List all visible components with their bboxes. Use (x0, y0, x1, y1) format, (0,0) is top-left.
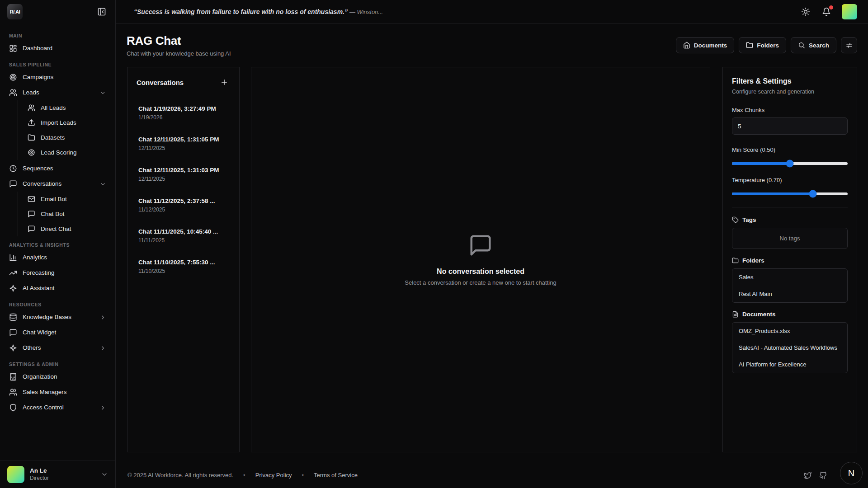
document-item[interactable]: AI Platform for Excellence (732, 356, 847, 373)
min-score-slider[interactable] (732, 162, 848, 165)
sidebar-item-analytics[interactable]: Analytics (5, 250, 110, 265)
sidebar-item-direct-chat[interactable]: Direct Chat (18, 221, 110, 236)
bar-chart-icon (9, 253, 17, 262)
sidebar-item-access-control[interactable]: Access Control (5, 400, 110, 415)
filter-settings-button[interactable] (841, 37, 857, 53)
sidebar-collapse-button[interactable] (95, 5, 108, 18)
sidebar-item-label: Leads (23, 89, 39, 97)
nextjs-dev-badge[interactable]: N (840, 462, 863, 484)
chat-panel: No conversation selected Select a conver… (251, 67, 710, 452)
clock-icon (9, 164, 17, 173)
page-subtitle: Chat with your knowledge base using AI (127, 50, 231, 57)
user-menu[interactable]: An Le Director (0, 460, 115, 488)
nav-section-settings: SETTINGS & ADMIN (9, 361, 106, 367)
sidebar-item-dashboard[interactable]: Dashboard (5, 41, 110, 56)
sidebar-item-label: Sales Managers (23, 388, 67, 396)
conversation-date: 1/19/2026 (138, 114, 228, 121)
sidebar-item-conversations[interactable]: Conversations (5, 176, 110, 192)
profile-avatar-button[interactable] (842, 4, 857, 19)
sidebar-item-chat-widget[interactable]: Chat Widget (5, 325, 110, 340)
conversation-date: 11/10/2025 (138, 268, 228, 274)
folders-button[interactable]: Folders (739, 37, 786, 53)
filters-title: Filters & Settings (732, 77, 848, 85)
folder-item[interactable]: Rest AI Main (732, 286, 847, 302)
sparkles-icon (9, 344, 17, 352)
conversation-list-item[interactable]: Chat 12/11/2025, 1:31:05 PM 12/11/2025 (131, 131, 236, 156)
temperature-slider[interactable] (732, 192, 848, 195)
sliders-icon (845, 42, 853, 49)
nav-section-analytics: ANALYTICS & INSIGHTS (9, 242, 106, 248)
privacy-policy-link[interactable]: Privacy Policy (255, 472, 292, 479)
conversation-title: Chat 12/11/2025, 1:31:03 PM (138, 167, 228, 174)
tags-label: Tags (742, 216, 756, 223)
home-icon (683, 42, 690, 49)
sidebar-item-campaigns[interactable]: Campaigns (5, 70, 110, 85)
sidebar: R/.AI MAIN Dashboard SALES PIPELINE Camp… (0, 0, 116, 488)
sidebar-item-ai-assistant[interactable]: AI Assistant (5, 281, 110, 296)
sidebar-item-label: Chat Bot (41, 211, 65, 217)
conversation-list-item[interactable]: Chat 11/11/2025, 10:45:40 ... 11/11/2025 (131, 224, 236, 248)
document-item[interactable]: SalesAI - Automated Sales Workflows (732, 339, 847, 356)
sidebar-item-others[interactable]: Others (5, 340, 110, 356)
conversation-title: Chat 12/11/2025, 1:31:05 PM (138, 136, 228, 143)
users-icon (9, 89, 17, 97)
conversation-date: 11/12/2025 (138, 206, 228, 213)
message-icon (28, 225, 35, 233)
documents-group-header: Documents (732, 311, 848, 318)
sidebar-item-label: Knowledge Bases (23, 313, 71, 321)
footer: © 2025 AI Workforce. All rights reserved… (116, 462, 868, 488)
slider-thumb[interactable] (809, 190, 817, 198)
sparkles-icon (9, 284, 17, 292)
folder-item[interactable]: Sales (732, 269, 847, 286)
conversation-list-item[interactable]: Chat 12/11/2025, 1:31:03 PM 12/11/2025 (131, 162, 236, 187)
search-button-label: Search (809, 42, 829, 49)
slider-thumb[interactable] (786, 160, 794, 168)
sidebar-item-knowledge-bases[interactable]: Knowledge Bases (5, 310, 110, 325)
avatar (7, 466, 24, 483)
sidebar-item-forecasting[interactable]: Forecasting (5, 265, 110, 281)
chevron-down-icon (101, 471, 108, 478)
conversation-title: Chat 11/12/2025, 2:37:58 ... (138, 197, 228, 204)
sidebar-item-datasets[interactable]: Datasets (18, 130, 110, 145)
documents-box: OMZ_Products.xlsx SalesAI - Automated Sa… (732, 322, 848, 373)
conversation-list-item[interactable]: Chat 11/12/2025, 2:37:58 ... 11/12/2025 (131, 193, 236, 217)
sidebar-item-label: Datasets (41, 134, 65, 141)
twitter-icon[interactable] (804, 471, 812, 479)
theme-toggle-button[interactable] (800, 6, 811, 17)
sidebar-item-sequences[interactable]: Sequences (5, 161, 110, 176)
search-button[interactable]: Search (791, 37, 836, 53)
conversations-list: Chat 1/19/2026, 3:27:49 PM 1/19/2026 Cha… (127, 91, 239, 279)
sidebar-item-email-bot[interactable]: Email Bot (18, 192, 110, 206)
filters-panel: Filters & Settings Configure search and … (722, 67, 857, 452)
message-icon (468, 233, 493, 258)
sidebar-item-lead-scoring[interactable]: Lead Scoring (18, 145, 110, 160)
new-conversation-button[interactable] (218, 76, 230, 88)
max-chunks-input[interactable] (732, 117, 848, 135)
tags-group-header: Tags (732, 216, 848, 223)
app-logo[interactable]: R/.AI (7, 4, 23, 19)
slider-fill (732, 192, 813, 195)
sidebar-item-sales-managers[interactable]: Sales Managers (5, 385, 110, 400)
terms-of-service-link[interactable]: Terms of Service (314, 472, 358, 479)
conversation-list-item[interactable]: Chat 1/19/2026, 3:27:49 PM 1/19/2026 (131, 101, 236, 125)
sidebar-item-chat-bot[interactable]: Chat Bot (18, 206, 110, 221)
sidebar-header: R/.AI (0, 0, 115, 23)
nextjs-badge-letter: N (848, 468, 854, 479)
sidebar-item-all-leads[interactable]: All Leads (18, 100, 110, 115)
page-header: RAG Chat Chat with your knowledge base u… (116, 23, 868, 67)
folder-icon (732, 257, 739, 264)
sidebar-item-organization[interactable]: Organization (5, 369, 110, 385)
conversation-list-item[interactable]: Chat 11/10/2025, 7:55:30 ... 11/10/2025 (131, 254, 236, 279)
sidebar-item-label: Sequences (23, 164, 53, 173)
notifications-button[interactable] (821, 6, 832, 17)
document-item[interactable]: OMZ_Products.xlsx (732, 323, 847, 339)
github-icon[interactable] (819, 471, 827, 479)
plus-icon (220, 78, 228, 86)
sidebar-item-import-leads[interactable]: Import Leads (18, 115, 110, 130)
sidebar-item-leads[interactable]: Leads (5, 85, 110, 100)
upload-icon (28, 119, 35, 127)
conversations-panel: Conversations Chat 1/19/2026, 3:27:49 PM… (127, 67, 240, 452)
documents-button[interactable]: Documents (676, 37, 735, 53)
chevron-down-icon (99, 89, 106, 96)
tag-icon (732, 216, 739, 223)
